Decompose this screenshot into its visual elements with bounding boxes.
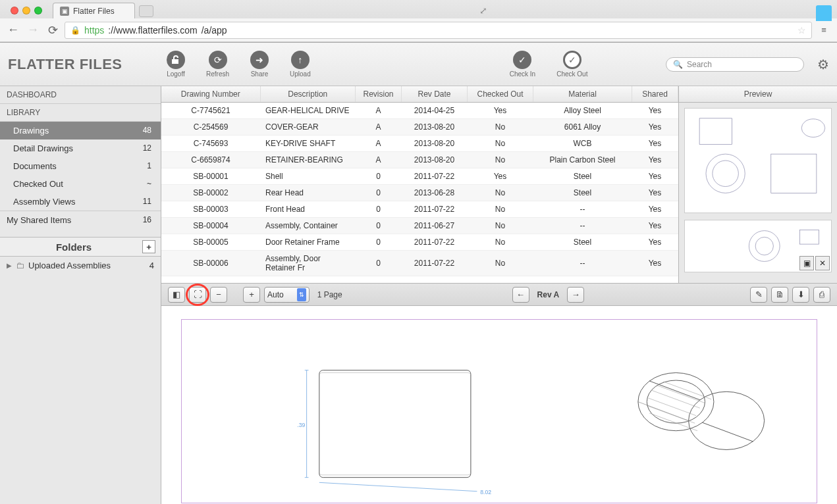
- download-button[interactable]: ⬇: [792, 287, 809, 303]
- preview-thumbnail[interactable]: ▣ ✕: [684, 220, 832, 272]
- checkin-button[interactable]: ✓ Check In: [499, 51, 546, 78]
- table-row[interactable]: SB-00003Front Head02011-07-22No--Yes: [161, 201, 678, 218]
- table-row[interactable]: C-7745621GEAR-HELICAL DRIVEA2014-04-25Ye…: [161, 103, 678, 119]
- refresh-button[interactable]: ⟳ Refresh: [196, 51, 240, 78]
- table-cell: Yes: [632, 234, 678, 251]
- table-cell: SB-00005: [161, 234, 260, 251]
- folder-item[interactable]: ▶ 🗀 Uploaded Assemblies 4: [0, 257, 161, 274]
- back-button[interactable]: ←: [5, 22, 21, 38]
- forward-button[interactable]: →: [25, 22, 41, 38]
- drawing-viewer[interactable]: .39 8.02: [161, 306, 837, 504]
- sidebar-item-count: 11: [143, 197, 151, 207]
- column-header[interactable]: Revision: [356, 86, 402, 103]
- table-cell: Yes: [468, 103, 533, 119]
- table-cell: 2011-07-22: [402, 251, 468, 276]
- table-row[interactable]: C-745693KEY-DRIVE SHAFTA2013-08-20NoWCBY…: [161, 136, 678, 152]
- table-cell: Yes: [632, 119, 678, 136]
- add-folder-button[interactable]: +: [142, 240, 155, 253]
- column-header[interactable]: Shared: [632, 86, 678, 103]
- table-cell: SB-00003: [161, 201, 260, 218]
- dashboard-heading[interactable]: DASHBOARD: [0, 86, 161, 104]
- svg-line-13: [319, 482, 477, 491]
- minimize-window-button[interactable]: [22, 7, 30, 14]
- toggle-sidebar-button[interactable]: ◧: [168, 287, 185, 303]
- preview-pane: Preview: [679, 86, 837, 283]
- zoom-select[interactable]: Auto ⇅: [264, 287, 310, 303]
- logoff-button[interactable]: Logoff: [156, 51, 196, 78]
- browser-menu-button[interactable]: ≡: [816, 22, 832, 38]
- search-placeholder: Search: [687, 60, 712, 69]
- table-cell: SB-00001: [161, 168, 260, 185]
- table-row[interactable]: C-254569COVER-GEARA2013-08-20No6061 Allo…: [161, 119, 678, 136]
- upload-button[interactable]: ↑ Upload: [279, 51, 321, 78]
- print-button[interactable]: ⎙: [813, 287, 830, 303]
- svg-point-15: [647, 380, 705, 423]
- column-header[interactable]: Rev Date: [402, 86, 468, 103]
- check-outline-icon: ✓: [563, 51, 581, 69]
- table-row[interactable]: C-6659874RETAINER-BEARINGA2013-08-20NoPl…: [161, 152, 678, 168]
- table-cell: No: [468, 136, 533, 152]
- svg-point-5: [749, 231, 780, 262]
- table-cell: Alloy Steel: [533, 103, 632, 119]
- prev-rev-button[interactable]: ←: [512, 287, 529, 303]
- table-cell: 2011-06-27: [402, 218, 468, 234]
- sidebar-item[interactable]: Detail Drawings12: [0, 139, 161, 157]
- table-cell: Door Retainer Frame: [260, 234, 356, 251]
- maximize-window-button[interactable]: [34, 7, 42, 14]
- sidebar-shared-items[interactable]: My Shared Items 16: [0, 211, 161, 229]
- next-rev-button[interactable]: →: [567, 287, 584, 303]
- drawing-svg: .39 8.02: [182, 320, 817, 503]
- browser-chrome: ▣ Flatter Files ⤢ ← → ⟳ 🔒 https://www.fl…: [0, 0, 837, 43]
- table-cell: Shell: [260, 168, 356, 185]
- reload-button[interactable]: ⟳: [45, 22, 61, 38]
- table-cell: 0: [356, 251, 402, 276]
- sidebar-item[interactable]: Assembly Views11: [0, 193, 161, 211]
- table-row[interactable]: SB-00005Door Retainer Frame02011-07-22No…: [161, 234, 678, 251]
- url-path: /a/app: [202, 25, 227, 36]
- new-tab-button[interactable]: [139, 5, 153, 17]
- column-header[interactable]: Material: [533, 86, 632, 103]
- zoom-in-button[interactable]: +: [243, 287, 260, 303]
- settings-button[interactable]: ⚙: [817, 57, 829, 72]
- column-header[interactable]: Drawing Number: [161, 86, 260, 103]
- column-header[interactable]: Description: [260, 86, 356, 103]
- sidebar-item[interactable]: Checked Out~: [0, 175, 161, 193]
- search-input[interactable]: 🔍 Search: [666, 57, 804, 72]
- table-cell: Steel: [533, 234, 632, 251]
- profile-avatar[interactable]: [816, 5, 832, 21]
- share-button[interactable]: ➜ Share: [240, 51, 279, 78]
- sidebar-item-count: 16: [143, 215, 151, 225]
- address-bar[interactable]: 🔒 https://www.flatterfiles.com/a/app ☆: [65, 22, 812, 39]
- table-row[interactable]: SB-00001Shell02011-07-22YesSteelYes: [161, 168, 678, 185]
- thumb-expand-button[interactable]: ▣: [799, 256, 814, 270]
- table-cell: Yes: [632, 251, 678, 276]
- column-header[interactable]: Checked Out: [468, 86, 533, 103]
- expand-icon[interactable]: ⤢: [477, 3, 490, 18]
- library-heading[interactable]: LIBRARY: [0, 104, 161, 122]
- bookmark-star-icon[interactable]: ☆: [797, 25, 806, 36]
- close-window-button[interactable]: [11, 7, 18, 14]
- checkout-button[interactable]: ✓ Check Out: [546, 51, 598, 78]
- browser-tab[interactable]: ▣ Flatter Files: [53, 3, 135, 18]
- table-cell: Yes: [632, 136, 678, 152]
- copy-button[interactable]: 🗎: [771, 287, 788, 303]
- table-row[interactable]: SB-00006Assembly, Door Retainer Fr02011-…: [161, 251, 678, 276]
- zoom-out-button[interactable]: −: [210, 287, 227, 303]
- sidebar: DASHBOARD LIBRARY Drawings48Detail Drawi…: [0, 86, 161, 504]
- table-cell: No: [468, 251, 533, 276]
- zoom-value: Auto: [267, 290, 284, 299]
- table-row[interactable]: SB-00004Assembly, Container02011-06-27No…: [161, 218, 678, 234]
- table-cell: Steel: [533, 185, 632, 201]
- fullscreen-button[interactable]: ⛶: [189, 287, 206, 303]
- table-cell: 2011-07-22: [402, 201, 468, 218]
- sidebar-item[interactable]: Documents1: [0, 157, 161, 175]
- table-cell: C-6659874: [161, 152, 260, 168]
- table-cell: 2011-07-22: [402, 234, 468, 251]
- sidebar-item[interactable]: Drawings48: [0, 122, 161, 139]
- thumb-close-button[interactable]: ✕: [815, 256, 830, 270]
- sidebar-item-label: Assembly Views: [13, 197, 75, 207]
- table-row[interactable]: SB-00002Rear Head02013-06-28NoSteelYes: [161, 185, 678, 201]
- edit-button[interactable]: ✎: [750, 287, 767, 303]
- preview-thumbnail[interactable]: [684, 108, 832, 213]
- table-cell: --: [533, 251, 632, 276]
